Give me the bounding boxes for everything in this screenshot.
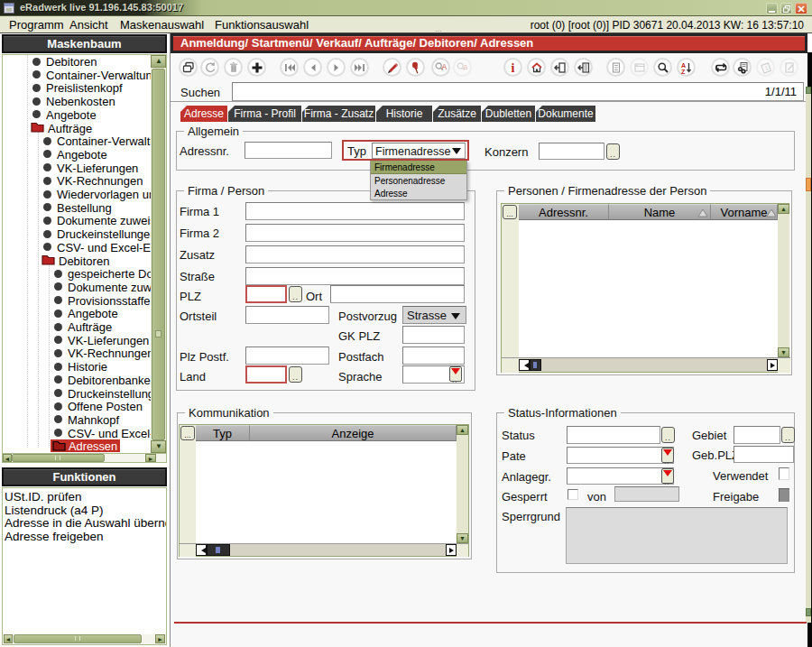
svg-text:A: A <box>441 61 447 70</box>
svg-text:A: A <box>681 61 686 68</box>
svg-text:a: a <box>463 62 467 71</box>
svg-text:Z: Z <box>681 68 686 74</box>
svg-text:i: i <box>511 61 514 74</box>
